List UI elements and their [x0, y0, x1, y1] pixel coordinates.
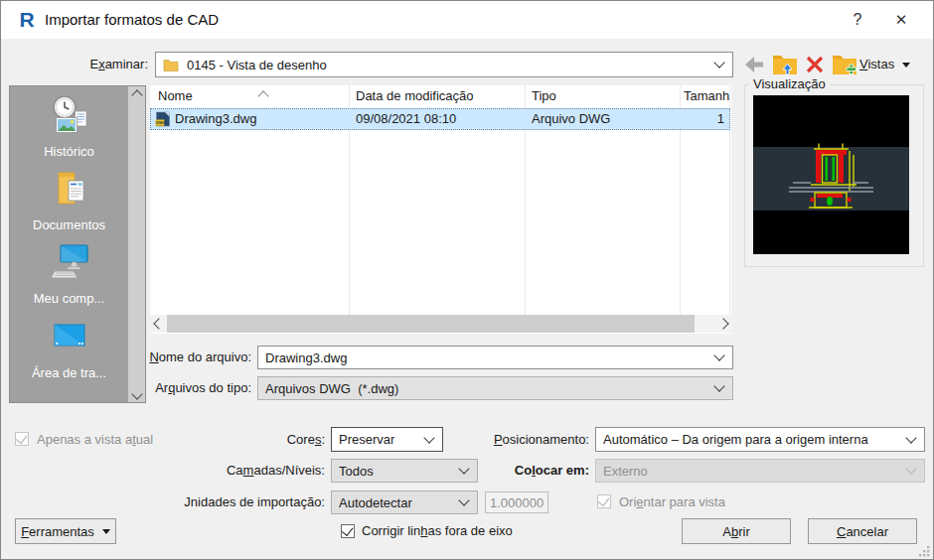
chevron-down-icon: [423, 432, 434, 443]
orient-to-view-checkbox: [597, 494, 611, 508]
cancel-button[interactable]: Cancelar: [808, 518, 917, 544]
examinar-label: Examinar:: [21, 52, 148, 77]
cad-preview-image: [753, 95, 909, 254]
file-list: Nome Data de modificação Tipo Tamanh DWG…: [150, 85, 731, 334]
help-button[interactable]: ?: [842, 7, 873, 33]
place-at-combobox: Externo: [595, 459, 925, 483]
import-units-combobox[interactable]: Autodetectar: [331, 490, 478, 514]
desktop-icon: [48, 316, 91, 359]
chevron-up-icon: [131, 89, 142, 100]
file-name: Drawing3.dwg: [175, 109, 256, 129]
column-header-data[interactable]: Data de modificação: [356, 85, 520, 107]
scale-factor-input: [485, 491, 548, 513]
column-header-nome[interactable]: Nome: [158, 85, 347, 107]
caret-down-icon: [902, 63, 910, 68]
open-button[interactable]: Abrir: [682, 518, 791, 544]
chevron-left-icon: [153, 318, 164, 329]
new-folder-button[interactable]: [832, 53, 857, 78]
chevron-down-icon: [713, 350, 724, 360]
tools-label: Ferramentas: [21, 524, 94, 539]
positioning-label: Posicionamento:: [450, 427, 589, 452]
up-one-level-button[interactable]: [772, 53, 798, 78]
file-date: 09/08/2021 08:10: [356, 109, 456, 129]
colors-label: Cores:: [206, 427, 325, 452]
colors-combobox[interactable]: Preservar: [331, 427, 443, 452]
positioning-combobox[interactable]: Automático – Da origem para a origem int…: [595, 427, 925, 452]
column-header-tipo[interactable]: Tipo: [532, 85, 676, 107]
sidebar-item-documentos[interactable]: Documentos: [10, 168, 128, 232]
place-at-label: Colocar em:: [450, 459, 589, 483]
chevron-down-icon: [713, 380, 724, 391]
vistas-label: Vistas: [859, 52, 894, 77]
close-button[interactable]: ✕: [885, 7, 917, 33]
folder-icon: [163, 59, 179, 71]
documents-icon: [48, 168, 91, 211]
layers-label: Camadas/Níveis:: [186, 459, 325, 483]
examinar-combobox[interactable]: 0145 - Vista de desenho: [155, 52, 733, 77]
tools-button[interactable]: Ferramentas: [15, 518, 116, 544]
dwg-file-icon: DWG: [155, 111, 171, 127]
file-type-label: Arquivos do tipo:: [95, 376, 251, 400]
file-name-label: Nome do arquivo:: [95, 346, 251, 369]
file-row[interactable]: DWG Drawing3.dwg 09/08/2021 08:10 Arquiv…: [150, 108, 730, 130]
scroll-left-button[interactable]: [150, 315, 167, 333]
checkmark-icon: [342, 524, 354, 536]
folder-plus-icon: [832, 53, 857, 75]
scrollbar-thumb[interactable]: [167, 315, 695, 333]
correct-lines-label: Corrigir linhas fora de eixo: [362, 520, 513, 542]
file-type-combobox[interactable]: Arquivos DWG (*.dwg): [257, 376, 733, 400]
computer-icon: [48, 241, 91, 285]
history-icon: [48, 94, 91, 138]
file-type: Arquivo DWG: [532, 109, 610, 129]
file-name-combobox[interactable]: Drawing3.dwg: [257, 346, 733, 369]
orient-to-view-label: Orientar para vista: [619, 490, 725, 514]
file-size: 1: [684, 109, 724, 129]
resize-grip[interactable]: [917, 544, 930, 557]
checkmark-icon: [16, 432, 28, 444]
back-button: [744, 56, 764, 76]
correct-lines-checkbox[interactable]: [341, 524, 355, 538]
chevron-down-icon: [713, 57, 724, 68]
back-arrow-icon: [744, 56, 764, 73]
current-view-label: Apenas a vista atual: [37, 427, 153, 452]
chevron-down-icon: [905, 463, 916, 474]
delete-x-icon: [806, 56, 824, 73]
revit-logo-icon: R: [15, 8, 39, 32]
scroll-right-button[interactable]: [714, 315, 731, 333]
sidebar-item-historico[interactable]: Histórico: [10, 94, 128, 159]
cad-drawing-thumbnail: [753, 95, 909, 254]
chevron-right-icon: [717, 318, 728, 329]
folder-up-icon: [772, 53, 798, 75]
vistas-button[interactable]: Vistas: [859, 52, 910, 77]
chevron-down-icon: [905, 432, 916, 443]
import-cad-dialog: R Importar formatos de CAD ? ✕ Examinar:…: [0, 0, 934, 560]
preview-label: Visualização: [749, 76, 830, 91]
scroll-up-button[interactable]: [128, 86, 145, 103]
checkmark-icon: [598, 494, 610, 506]
dialog-title: Importar formatos de CAD: [45, 11, 219, 28]
cancel-label: Cancelar: [837, 524, 888, 539]
preview-groupbox: Visualização: [744, 84, 924, 267]
open-label: Abrir: [722, 524, 749, 539]
import-units-label: Jnidades de importação:: [146, 490, 325, 514]
svg-text:DWG: DWG: [156, 120, 166, 125]
column-header-tamanho[interactable]: Tamanh: [684, 85, 731, 107]
sidebar-item-meu-computador[interactable]: Meu comp...: [10, 241, 128, 306]
delete-button[interactable]: [806, 56, 824, 76]
caret-down-icon: [102, 529, 110, 534]
chevron-down-icon: [458, 494, 469, 505]
title-bar: R Importar formatos de CAD ? ✕: [1, 1, 933, 39]
horizontal-scrollbar[interactable]: [150, 315, 731, 333]
current-view-checkbox: [15, 432, 29, 446]
